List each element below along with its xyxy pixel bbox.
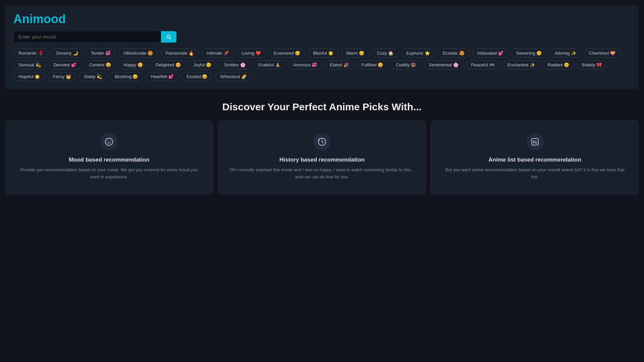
mood-card-icon bbox=[100, 133, 118, 150]
animelist-card-desc: But you want anime recommendation based … bbox=[441, 167, 628, 181]
mood-tag[interactable]: Fancy 👑 bbox=[48, 72, 76, 81]
history-card[interactable]: History based recommendation Oh I recent… bbox=[218, 121, 426, 194]
mood-tag[interactable]: Excited 😄 bbox=[181, 72, 212, 81]
history-icon bbox=[318, 137, 326, 146]
mood-tag[interactable]: Peaceful 🎮 bbox=[466, 60, 500, 69]
mood-tag[interactable]: Ecstatic 😍 bbox=[438, 49, 470, 58]
mood-tag[interactable]: Sentimental 🌸 bbox=[424, 60, 463, 69]
mood-tag[interactable]: Bubbly 🎀 bbox=[577, 60, 607, 69]
svg-point-1 bbox=[108, 141, 108, 141]
svg-point-0 bbox=[105, 138, 113, 145]
discover-title: Discover Your Perfect Anime Picks With..… bbox=[5, 101, 639, 113]
mood-card[interactable]: Mood based recommendation Provide you re… bbox=[5, 121, 213, 194]
mood-tag[interactable]: Intimate 📌 bbox=[202, 49, 234, 58]
mood-tag[interactable]: Cuddly 🐻 bbox=[391, 60, 421, 69]
mood-tag[interactable]: Affectionate 😍 bbox=[118, 49, 158, 58]
history-card-desc: Oh I recently watched this movie and I w… bbox=[229, 167, 416, 181]
mood-tag[interactable]: Grateful 🙏 bbox=[253, 60, 285, 69]
animelist-icon: AL bbox=[531, 137, 539, 146]
mood-tag[interactable]: Giddy 💫 bbox=[79, 72, 107, 81]
mood-tag[interactable]: Cozy 🏠 bbox=[372, 49, 398, 58]
mood-tag[interactable]: Delighted 😊 bbox=[151, 60, 186, 69]
mood-tag[interactable]: Adoring ✨ bbox=[549, 49, 581, 58]
mood-card-desc: Provide you recommendation based on your… bbox=[16, 167, 203, 181]
mood-tag[interactable]: Whimsical 🌈 bbox=[215, 72, 252, 81]
search-input[interactable] bbox=[13, 31, 161, 43]
mood-tag[interactable]: Happy 😊 bbox=[119, 60, 148, 69]
search-button[interactable] bbox=[161, 31, 176, 43]
mood-tag[interactable]: Blissful 🌟 bbox=[308, 49, 338, 58]
mood-tag[interactable]: Infatuated 💕 bbox=[472, 49, 508, 58]
mood-tag[interactable]: Tender 💞 bbox=[86, 49, 116, 58]
mood-tag[interactable]: Euphoric ⭐ bbox=[401, 49, 435, 58]
cards-row: Mood based recommendation Provide you re… bbox=[5, 121, 639, 194]
top-section: Animood Romantic 🌹Dreamy 🌙Tender 💞Affect… bbox=[5, 5, 639, 89]
history-card-icon bbox=[313, 133, 331, 150]
mood-tag[interactable]: Loving ❤️ bbox=[236, 49, 266, 58]
animelist-card[interactable]: AL Anime list based recommendation But y… bbox=[431, 121, 639, 194]
mood-tag[interactable]: Enchanted ✨ bbox=[502, 60, 540, 69]
mood-card-title: Mood based recommendation bbox=[69, 157, 150, 163]
mood-tag[interactable]: Enamored 😊 bbox=[269, 49, 306, 58]
mood-tag[interactable]: Smitten 🌸 bbox=[219, 60, 251, 69]
svg-text:AL: AL bbox=[532, 140, 538, 144]
mood-tag[interactable]: Heartfelt 💕 bbox=[146, 72, 179, 81]
mood-tag[interactable]: Hopeful 🌟 bbox=[13, 72, 45, 81]
mood-tag[interactable]: Romantic 🌹 bbox=[13, 49, 49, 58]
mood-tag[interactable]: Radiant 😊 bbox=[543, 60, 574, 69]
mood-tag[interactable]: Cherished 💝 bbox=[584, 49, 621, 58]
search-icon bbox=[166, 34, 172, 40]
mood-tag[interactable]: Joyful 😊 bbox=[189, 60, 217, 69]
svg-point-2 bbox=[110, 141, 110, 141]
mood-tag[interactable]: Content 😄 bbox=[84, 60, 116, 69]
mood-tag[interactable]: Amorous 💞 bbox=[288, 60, 322, 69]
animelist-card-title: Anime list based recommendation bbox=[488, 157, 581, 163]
mood-tag[interactable]: Devoted 💕 bbox=[49, 60, 82, 69]
mood-tag[interactable]: Fulfilled 😊 bbox=[357, 60, 388, 69]
animelist-card-icon: AL bbox=[526, 133, 544, 150]
mood-tag[interactable]: Blushing 😊 bbox=[110, 72, 143, 81]
mood-tag[interactable]: Dreamy 🌙 bbox=[51, 49, 83, 58]
mood-tag[interactable]: Sensual 💫 bbox=[13, 60, 46, 69]
mood-tag[interactable]: Elated 🎉 bbox=[325, 60, 354, 69]
mood-tag[interactable]: Passionate 🔥 bbox=[161, 49, 199, 58]
mood-tag[interactable]: Warm 😊 bbox=[341, 49, 369, 58]
mood-tag[interactable]: Swooning 😊 bbox=[511, 49, 547, 58]
history-card-title: History based recommendation bbox=[279, 157, 365, 163]
smiley-icon bbox=[105, 137, 113, 146]
mood-tags-container: Romantic 🌹Dreamy 🌙Tender 💞Affectionate 😍… bbox=[13, 49, 631, 81]
discover-section: Discover Your Perfect Anime Picks With..… bbox=[0, 95, 644, 201]
app-title: Animood bbox=[13, 12, 631, 26]
search-row bbox=[13, 31, 631, 43]
